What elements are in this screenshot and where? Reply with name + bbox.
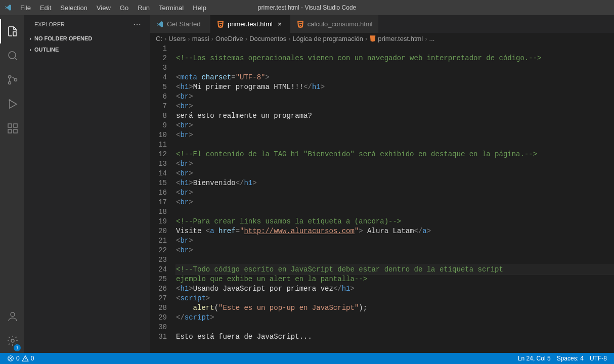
line-gutter: 1234567891011121314151617181920212223242… xyxy=(150,44,176,353)
code-line[interactable]: <br> xyxy=(176,121,614,130)
code-line[interactable]: <!--Para crear links usamos la etiqueta … xyxy=(176,217,614,226)
code-line[interactable]: Visite <a href="http://www.aluracursos.c… xyxy=(176,226,614,236)
menu-file[interactable]: File xyxy=(16,2,35,14)
sidebar-header: EXPLORER ⋯ xyxy=(24,15,150,33)
svg-point-1 xyxy=(9,76,11,78)
menu-help[interactable]: Help xyxy=(189,2,210,14)
extensions-icon[interactable] xyxy=(0,116,24,141)
code-line[interactable]: <!--Todo código escrito en JavaScript de… xyxy=(176,265,614,275)
code-line[interactable]: será esto realmente un programa? xyxy=(176,111,614,121)
code-content[interactable]: <!--Los sistemas operacionales vienen co… xyxy=(176,44,614,353)
accounts-icon[interactable] xyxy=(0,304,24,329)
code-line[interactable]: <br> xyxy=(176,246,614,255)
svg-rect-5 xyxy=(8,124,12,127)
sidebar-title: EXPLORER xyxy=(34,21,65,27)
sidebar: EXPLORER ⋯ ›NO FOLDER OPENED›OUTLINE xyxy=(24,15,150,353)
error-count: 0 xyxy=(16,355,20,362)
menu-view[interactable]: View xyxy=(93,2,115,14)
search-icon[interactable] xyxy=(0,43,24,68)
breadcrumb-segment[interactable]: C: xyxy=(156,35,162,42)
settings-badge: 1 xyxy=(14,344,21,351)
section-outline[interactable]: ›OUTLINE xyxy=(24,44,150,55)
close-icon[interactable]: × xyxy=(276,20,284,28)
code-line[interactable]: <h1>Usando JavaScript por primera vez</h… xyxy=(176,284,614,294)
code-editor[interactable]: 1234567891011121314151617181920212223242… xyxy=(150,44,614,353)
svg-rect-8 xyxy=(14,124,17,127)
code-line[interactable]: <!--El contenido de la TAG h1 "Bienvenid… xyxy=(176,150,614,159)
tab-get-started[interactable]: Get Started xyxy=(150,15,210,33)
chevron-right-icon: › xyxy=(245,35,247,42)
editor-area: Get Startedprimer.test.html×calculo_cons… xyxy=(150,15,614,353)
warning-count: 0 xyxy=(31,355,34,362)
menu-go[interactable]: Go xyxy=(116,2,133,14)
svg-point-3 xyxy=(15,79,17,81)
code-line[interactable] xyxy=(176,255,614,265)
breadcrumb[interactable]: C:›Users›massi›OneDrive›Documentos›Lógic… xyxy=(150,33,614,44)
code-line[interactable]: <h1>Mi primer programa HTML!!!</h1> xyxy=(176,82,614,92)
code-line[interactable]: </script> xyxy=(176,313,614,323)
code-line[interactable]: alert("Este es un pop-up en JavaScript")… xyxy=(176,303,614,313)
status-lncol[interactable]: Ln 24, Col 5 xyxy=(515,353,554,364)
chevron-right-icon: › xyxy=(26,34,34,42)
code-line[interactable]: <!--Los sistemas operacionales vienen co… xyxy=(176,54,614,63)
tab-calculo_consumo-html[interactable]: calculo_consumo.html xyxy=(290,15,379,33)
code-line[interactable]: <br> xyxy=(176,159,614,169)
code-line[interactable] xyxy=(176,140,614,150)
code-line[interactable]: <br> xyxy=(176,198,614,207)
code-line[interactable]: <meta charset="UTF-8"> xyxy=(176,73,614,82)
code-line[interactable]: ejemplo que exhibe un alert en la pantal… xyxy=(176,275,614,284)
menu-terminal[interactable]: Terminal xyxy=(155,2,188,14)
title-bar: FileEditSelectionViewGoRunTerminalHelp p… xyxy=(0,0,614,15)
code-line[interactable] xyxy=(176,63,614,73)
vscode-file-icon xyxy=(156,20,164,28)
breadcrumb-segment[interactable]: OneDrive xyxy=(215,35,243,42)
chevron-right-icon: › xyxy=(365,35,367,42)
breadcrumb-segment[interactable]: ... xyxy=(429,35,435,42)
chevron-right-icon: › xyxy=(188,35,190,42)
breadcrumb-segment[interactable]: Documentos xyxy=(249,35,286,42)
code-line[interactable] xyxy=(176,323,614,332)
menu-selection[interactable]: Selection xyxy=(56,2,91,14)
code-line[interactable] xyxy=(176,207,614,217)
explorer-icon[interactable] xyxy=(0,19,24,43)
status-errors[interactable]: 0 0 xyxy=(4,353,37,364)
svg-rect-6 xyxy=(8,129,12,133)
tab-primer-test-html[interactable]: primer.test.html× xyxy=(210,15,290,33)
source-control-icon[interactable] xyxy=(0,68,24,92)
code-line[interactable]: <br> xyxy=(176,188,614,198)
menu-run[interactable]: Run xyxy=(134,2,154,14)
tab-label: Get Started xyxy=(167,20,200,28)
more-actions-icon[interactable]: ⋯ xyxy=(133,19,142,29)
breadcrumb-segment[interactable]: massi xyxy=(192,35,209,42)
code-line[interactable] xyxy=(176,44,614,54)
breadcrumb-segment[interactable]: Lógica de programación xyxy=(293,35,363,42)
status-encoding[interactable]: UTF-8 xyxy=(587,353,610,364)
chevron-right-icon: › xyxy=(425,35,427,42)
status-bar: 0 0 Ln 24, Col 5 Spaces: 4 UTF-8 xyxy=(0,353,614,364)
chevron-right-icon: › xyxy=(211,35,213,42)
section-no-folder-opened[interactable]: ›NO FOLDER OPENED xyxy=(24,33,150,44)
tab-label: primer.test.html xyxy=(228,20,273,28)
html-file-icon xyxy=(296,20,304,28)
code-line[interactable]: <br> xyxy=(176,169,614,178)
code-line[interactable]: <br> xyxy=(176,102,614,111)
svg-point-10 xyxy=(11,339,14,342)
chevron-right-icon: › xyxy=(26,46,34,54)
code-line[interactable]: <br> xyxy=(176,236,614,246)
code-line[interactable]: <h1>Bienvenido</h1> xyxy=(176,178,614,188)
code-line[interactable]: <br> xyxy=(176,92,614,102)
svg-point-4 xyxy=(9,100,10,101)
activity-bar: 1 xyxy=(0,15,24,353)
settings-gear-icon[interactable]: 1 xyxy=(0,329,24,353)
editor-tabs: Get Startedprimer.test.html×calculo_cons… xyxy=(150,15,614,33)
code-line[interactable]: Esto está fuera de JavaScript... xyxy=(176,332,614,342)
status-spaces[interactable]: Spaces: 4 xyxy=(554,353,587,364)
run-debug-icon[interactable] xyxy=(0,92,24,116)
chevron-right-icon: › xyxy=(288,35,290,42)
code-line[interactable]: <script> xyxy=(176,294,614,303)
window-title: primer.test.html - Visual Studio Code xyxy=(258,4,357,11)
breadcrumb-segment[interactable]: primer.test.html xyxy=(369,35,423,42)
code-line[interactable]: <br> xyxy=(176,130,614,140)
breadcrumb-segment[interactable]: Users xyxy=(168,35,186,42)
menu-edit[interactable]: Edit xyxy=(36,2,55,14)
